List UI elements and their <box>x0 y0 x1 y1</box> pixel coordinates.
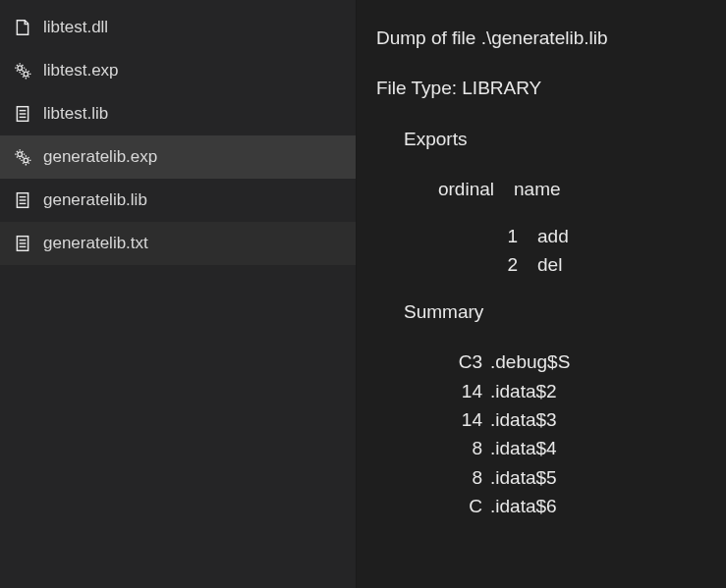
col-name: name <box>514 175 561 203</box>
summary-size: 8 <box>431 434 490 462</box>
export-ordinal: 2 <box>447 250 537 279</box>
doc-icon <box>14 235 31 252</box>
file-item[interactable]: libtest.lib <box>0 92 356 135</box>
file-type-line: File Type: LIBRARY <box>376 74 710 102</box>
gear-icon <box>14 148 31 166</box>
svg-point-0 <box>18 66 23 71</box>
summary-size: 14 <box>431 405 490 434</box>
summary-size: C3 <box>431 347 490 376</box>
export-ordinal: 1 <box>447 222 537 250</box>
svg-point-7 <box>24 158 28 163</box>
summary-row: 8.idata$5 <box>431 463 710 492</box>
file-item[interactable]: generatelib.exp <box>0 135 356 179</box>
file-item-label: generatelib.exp <box>43 147 157 167</box>
summary-row: 14.idata$2 <box>431 377 710 405</box>
file-content-panel: Dump of file .\generatelib.lib File Type… <box>357 0 726 588</box>
summary-row: C3.debug$S <box>431 347 710 376</box>
file-item-label: libtest.lib <box>43 104 108 124</box>
doc-icon <box>14 105 31 123</box>
summary-section: .idata$6 <box>490 492 557 520</box>
file-item-label: generatelib.lib <box>43 190 147 210</box>
summary-section: .idata$2 <box>490 377 557 405</box>
summary-size: C <box>431 492 490 520</box>
dll-icon <box>14 19 31 36</box>
summary-size: 14 <box>431 377 490 405</box>
summary-size: 8 <box>431 463 490 492</box>
export-row: 1add <box>447 222 710 250</box>
summary-section: .idata$4 <box>490 434 557 462</box>
summary-table: C3.debug$S14.idata$214.idata$38.idata$48… <box>376 347 710 521</box>
exports-heading: Exports <box>376 125 710 153</box>
export-name: add <box>537 222 569 250</box>
exports-table: ordinal name 1add2del <box>376 175 710 279</box>
summary-section: .debug$S <box>490 347 570 376</box>
summary-row: 8.idata$4 <box>431 434 710 462</box>
file-explorer: libtest.dlllibtest.explibtest.libgenerat… <box>0 0 357 588</box>
export-row: 2del <box>447 250 710 279</box>
file-item-label: libtest.dll <box>43 18 108 37</box>
svg-point-6 <box>18 152 23 157</box>
svg-point-1 <box>24 72 28 77</box>
col-ordinal: ordinal <box>423 175 514 203</box>
file-item-label: libtest.exp <box>43 61 119 80</box>
summary-row: C.idata$6 <box>431 492 710 520</box>
summary-heading: Summary <box>376 297 710 326</box>
file-item[interactable]: generatelib.lib <box>0 179 356 222</box>
app-root: libtest.dlllibtest.explibtest.libgenerat… <box>0 0 726 588</box>
file-item[interactable]: libtest.dll <box>0 6 356 49</box>
summary-section: .idata$5 <box>490 463 557 492</box>
gear-icon <box>14 62 31 80</box>
summary-section: .idata$3 <box>490 405 557 434</box>
file-item[interactable]: generatelib.txt <box>0 222 356 265</box>
export-name: del <box>537 250 562 279</box>
summary-row: 14.idata$3 <box>431 405 710 434</box>
exports-header-row: ordinal name <box>423 175 710 203</box>
doc-icon <box>14 191 31 209</box>
file-item-label: generatelib.txt <box>43 234 148 253</box>
dump-header-line: Dump of file .\generatelib.lib <box>376 24 710 52</box>
file-item[interactable]: libtest.exp <box>0 49 356 92</box>
